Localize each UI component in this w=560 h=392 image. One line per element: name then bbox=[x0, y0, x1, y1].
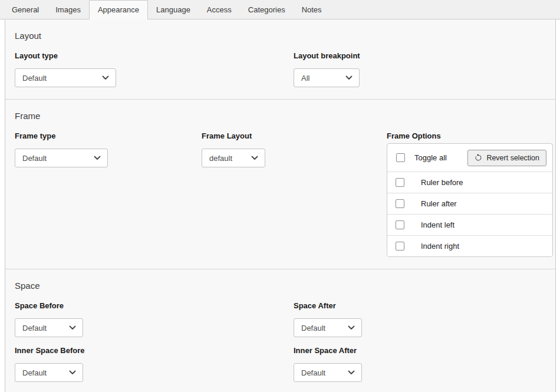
layout-section: Layout Layout type Default Layout breakp… bbox=[5, 19, 555, 99]
indent-right-checkbox[interactable] bbox=[396, 242, 404, 251]
chevron-down-icon bbox=[348, 370, 355, 375]
tab-notes[interactable]: Notes bbox=[294, 0, 330, 19]
tab-images[interactable]: Images bbox=[47, 0, 89, 19]
inner-space-after-value: Default bbox=[301, 368, 325, 377]
layout-breakpoint-select[interactable]: All bbox=[294, 68, 360, 87]
frame-option-row-indent-left: Indent left bbox=[387, 214, 552, 235]
tab-categories[interactable]: Categories bbox=[240, 0, 294, 19]
toggle-all-label: Toggle all bbox=[414, 153, 447, 162]
layout-type-select[interactable]: Default bbox=[15, 68, 116, 87]
frame-options-label: Frame Options bbox=[387, 131, 553, 140]
tab-appearance[interactable]: Appearance bbox=[89, 0, 148, 19]
frame-type-label: Frame type bbox=[15, 131, 202, 140]
frame-type-value: Default bbox=[22, 154, 47, 163]
revert-icon bbox=[475, 154, 482, 162]
frame-section: Frame Frame type Default Frame Layout de… bbox=[5, 99, 555, 269]
chevron-down-icon bbox=[348, 325, 355, 330]
chevron-down-icon bbox=[251, 156, 258, 160]
frame-option-row-indent-right: Indent right bbox=[387, 235, 552, 256]
chevron-down-icon bbox=[102, 75, 109, 80]
layout-type-label: Layout type bbox=[15, 51, 294, 60]
frame-option-row-ruler-after: Ruler after bbox=[387, 193, 552, 214]
ruler-before-label: Ruler before bbox=[421, 178, 463, 187]
space-before-label: Space Before bbox=[15, 301, 294, 310]
indent-left-label: Indent left bbox=[421, 220, 454, 229]
space-after-label: Space After bbox=[294, 301, 546, 310]
space-section: Space Space Before Default Space After D… bbox=[5, 269, 555, 392]
inner-space-before-select[interactable]: Default bbox=[15, 363, 83, 382]
inner-space-after-label: Inner Space After bbox=[294, 346, 546, 355]
revert-selection-label: Revert selection bbox=[486, 154, 539, 162]
layout-type-value: Default bbox=[22, 74, 47, 83]
space-after-select[interactable]: Default bbox=[294, 318, 362, 337]
indent-right-label: Indent right bbox=[421, 242, 459, 251]
ruler-before-checkbox[interactable] bbox=[396, 178, 404, 187]
tab-bar: General Images Appearance Language Acces… bbox=[0, 0, 560, 19]
inner-space-after-select[interactable]: Default bbox=[294, 363, 362, 382]
frame-option-row-ruler-before: Ruler before bbox=[387, 172, 552, 193]
chevron-down-icon bbox=[69, 325, 76, 330]
layout-section-title: Layout bbox=[15, 31, 546, 41]
chevron-down-icon bbox=[69, 370, 76, 375]
frame-options-list: Toggle all Revert selection Ruler before bbox=[387, 143, 553, 257]
tab-access[interactable]: Access bbox=[199, 0, 240, 19]
layout-breakpoint-value: All bbox=[301, 74, 309, 83]
appearance-tab-panel: Layout Layout type Default Layout breakp… bbox=[5, 19, 556, 392]
space-after-value: Default bbox=[301, 324, 325, 332]
layout-breakpoint-label: Layout breakpoint bbox=[294, 51, 546, 60]
toggle-all-checkbox[interactable] bbox=[396, 153, 405, 162]
space-before-select[interactable]: Default bbox=[15, 318, 83, 337]
space-section-title: Space bbox=[15, 281, 546, 291]
chevron-down-icon bbox=[345, 75, 353, 80]
indent-left-checkbox[interactable] bbox=[396, 220, 404, 229]
frame-options-header: Toggle all Revert selection bbox=[387, 144, 552, 172]
space-before-value: Default bbox=[22, 324, 47, 332]
inner-space-before-value: Default bbox=[22, 368, 47, 377]
ruler-after-checkbox[interactable] bbox=[396, 199, 404, 208]
frame-type-select[interactable]: Default bbox=[15, 149, 108, 167]
ruler-after-label: Ruler after bbox=[421, 199, 457, 208]
frame-layout-label: Frame Layout bbox=[202, 131, 387, 140]
frame-layout-select[interactable]: default bbox=[202, 149, 265, 167]
frame-layout-value: default bbox=[209, 154, 232, 163]
inner-space-before-label: Inner Space Before bbox=[15, 346, 294, 355]
frame-section-title: Frame bbox=[15, 111, 546, 121]
tab-language[interactable]: Language bbox=[148, 0, 199, 19]
tab-general[interactable]: General bbox=[4, 0, 47, 19]
chevron-down-icon bbox=[94, 156, 101, 160]
revert-selection-button[interactable]: Revert selection bbox=[467, 150, 546, 166]
